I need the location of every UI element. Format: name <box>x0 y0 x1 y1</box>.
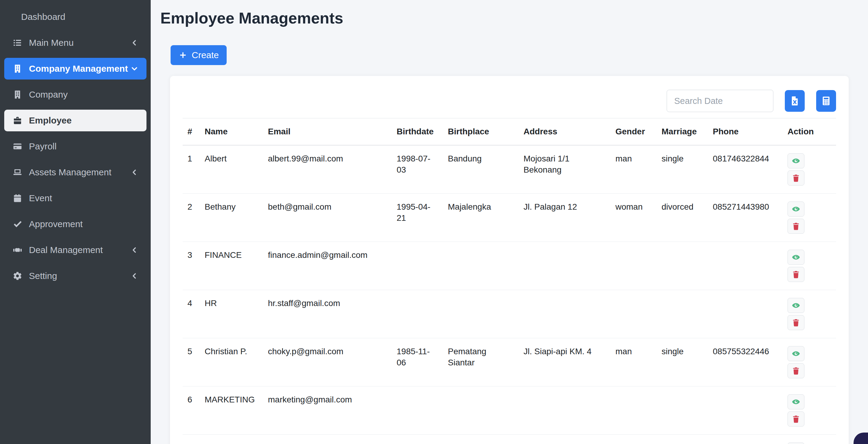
delete-button[interactable] <box>787 411 804 426</box>
handshake-icon <box>13 245 26 255</box>
cell-address: Jl. Siapi-api KM. 4 <box>519 338 611 386</box>
cell-birthdate: 1985-11-06 <box>392 338 443 386</box>
cell-birthdate: 2022-08- <box>392 435 443 444</box>
delete-button[interactable] <box>787 363 804 378</box>
table-row: 3 FINANCE finance.admin@gmail.com <box>183 242 836 290</box>
view-button[interactable] <box>787 201 804 217</box>
cell-email: finance.admin@gmail.com <box>263 242 392 290</box>
cell-action <box>783 435 836 444</box>
cell-address: Mojosari 1/1 Bekonang <box>519 145 611 194</box>
sidebar-item-label: Deal Management <box>29 245 103 255</box>
sidebar-item-setting[interactable]: Setting <box>4 265 147 287</box>
sidebar-item-label: Setting <box>29 271 57 281</box>
cell-birthplace <box>443 386 519 435</box>
sidebar-item-employee[interactable]: Employee <box>4 109 147 131</box>
cell-email: beth@gmail.com <box>263 194 392 242</box>
cell-birthdate: 1995-04-21 <box>392 194 443 242</box>
create-button-label: Create <box>192 50 219 60</box>
cell-birthplace <box>443 242 519 290</box>
gear-icon <box>13 271 26 281</box>
sidebar-item-company-management[interactable]: Company Management <box>4 58 147 80</box>
cell-gender <box>611 242 657 290</box>
delete-button[interactable] <box>787 315 804 330</box>
sidebar: Dashboard Main Menu Company Management C… <box>0 0 151 444</box>
cell-marriage: divorced <box>657 194 708 242</box>
building-icon <box>13 90 26 99</box>
cell-birthdate <box>392 386 443 435</box>
cell-email: albert.99@mail.com <box>263 145 392 194</box>
sidebar-item-dashboard[interactable]: Dashboard <box>4 6 147 28</box>
employee-table-body: 1 Albert albert.99@mail.com 1998-07-03 B… <box>183 145 836 444</box>
view-button[interactable] <box>787 153 804 168</box>
sidebar-item-label: Company Management <box>29 64 128 74</box>
view-button[interactable] <box>787 298 804 313</box>
sidebar-item-label: Event <box>29 193 52 203</box>
cell-address <box>519 386 611 435</box>
employee-table-card: # Name Email Birthdate Birthplace Addres… <box>170 76 849 444</box>
sidebar-item-label: Dashboard <box>21 12 65 22</box>
export-excel-button[interactable] <box>785 90 805 112</box>
cell-number: 6 <box>183 386 200 435</box>
cell-gender: man <box>611 435 657 444</box>
cell-phone: 081746322844 <box>708 145 783 194</box>
calculator-button[interactable] <box>816 90 836 112</box>
delete-button[interactable] <box>787 267 804 282</box>
page-title: Employee Managements <box>160 8 868 28</box>
sidebar-item-label: Payroll <box>29 141 57 152</box>
cell-address <box>519 242 611 290</box>
view-button[interactable] <box>787 394 804 409</box>
cell-action <box>783 242 836 290</box>
view-button[interactable] <box>787 346 804 361</box>
sidebar-item-payroll[interactable]: Payroll <box>4 135 147 157</box>
cell-address: Green Ville 13A, <box>519 435 611 444</box>
delete-button[interactable] <box>787 170 804 186</box>
view-button[interactable] <box>787 443 804 444</box>
sidebar-item-label: Main Menu <box>29 38 73 48</box>
trash-icon <box>792 270 801 279</box>
trash-icon <box>792 414 801 423</box>
trash-icon <box>792 318 801 327</box>
sidebar-item-label: Assets Management <box>29 167 111 178</box>
cell-gender: woman <box>611 194 657 242</box>
main-content: Employee Managements Create <box>151 0 868 444</box>
col-header-number: # <box>183 118 200 146</box>
sidebar-item-deal-management[interactable]: Deal Management <box>4 239 147 261</box>
cell-name: MARKETING <box>200 386 263 435</box>
cell-gender: man <box>611 338 657 386</box>
laptop-icon <box>13 167 26 177</box>
sidebar-item-company[interactable]: Company <box>4 84 147 105</box>
table-row: 6 MARKETING marketing@gmail.com <box>183 386 836 435</box>
cell-name: Erric <box>200 435 263 444</box>
sidebar-item-main-menu[interactable]: Main Menu <box>4 32 147 54</box>
cell-phone <box>708 290 783 338</box>
cell-name: HR <box>200 290 263 338</box>
cell-name: Albert <box>200 145 263 194</box>
cell-birthdate <box>392 290 443 338</box>
view-button[interactable] <box>787 250 804 265</box>
plus-icon <box>179 51 187 60</box>
col-header-marriage: Marriage <box>657 118 708 146</box>
sidebar-item-approvement[interactable]: Approvement <box>4 213 147 235</box>
sidebar-item-assets-management[interactable]: Assets Management <box>4 161 147 183</box>
delete-button[interactable] <box>787 219 804 234</box>
cell-email: choky.p@gmail.com <box>263 338 392 386</box>
sidebar-item-label: Company <box>29 90 67 100</box>
cell-marriage: single <box>657 338 708 386</box>
search-date-input[interactable] <box>667 90 773 112</box>
cell-phone <box>708 242 783 290</box>
eye-icon <box>792 301 801 310</box>
sidebar-item-label: Approvement <box>29 219 83 229</box>
create-button[interactable]: Create <box>170 45 227 65</box>
cell-number: 7 <box>183 435 200 444</box>
cell-marriage: marriage <box>657 435 708 444</box>
cell-number: 5 <box>183 338 200 386</box>
eye-icon <box>792 156 801 165</box>
eye-icon <box>792 204 801 214</box>
cell-number: 1 <box>183 145 200 194</box>
cell-birthplace: Majalengka <box>443 194 519 242</box>
table-row: 2 Bethany beth@gmail.com 1995-04-21 Maja… <box>183 194 836 242</box>
table-row: 4 HR hr.staff@gmail.com <box>183 290 836 338</box>
cell-address <box>519 290 611 338</box>
sidebar-item-event[interactable]: Event <box>4 187 147 209</box>
cell-marriage <box>657 242 708 290</box>
